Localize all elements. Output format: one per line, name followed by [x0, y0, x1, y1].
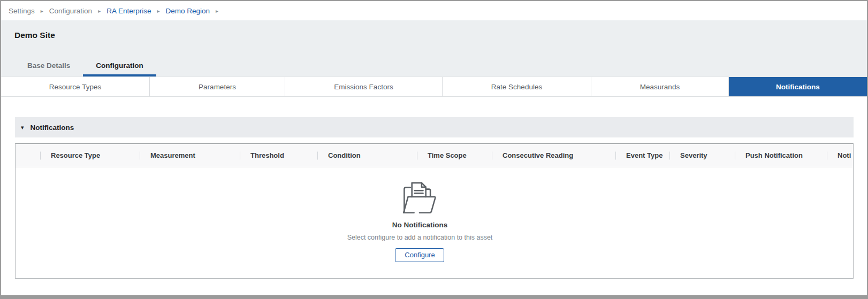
breadcrumb-item-configuration[interactable]: Configuration [49, 7, 92, 15]
notifications-section-header[interactable]: ▾ Notifications [15, 117, 854, 137]
configure-button[interactable]: Configure [395, 248, 444, 262]
main-tabs: Base Details Configuration [14, 57, 156, 76]
column-header-severity[interactable]: Severity [669, 144, 735, 167]
empty-state-subtitle: Select configure to add a notification t… [347, 234, 493, 241]
table-empty-body: No Notifications Select configure to add… [16, 167, 853, 278]
notifications-table: Resource Type Measurement Threshold Cond… [15, 143, 854, 279]
notifications-content: ▾ Notifications Resource Type Measuremen… [1, 117, 867, 279]
column-header-condition[interactable]: Condition [317, 144, 417, 167]
breadcrumb-arrow-icon: ▸ [98, 7, 101, 14]
column-header-notification-truncated[interactable]: Noti [827, 144, 854, 167]
column-header-consecutive-reading[interactable]: Consecutive Reading [492, 144, 615, 167]
column-header-time-scope[interactable]: Time Scope [417, 144, 492, 167]
breadcrumb-arrow-icon: ▸ [216, 7, 218, 14]
column-header-push-notification[interactable]: Push Notification [735, 144, 827, 167]
subtab-measurands[interactable]: Measurands [591, 77, 729, 96]
open-folder-icon [399, 181, 440, 216]
tab-configuration[interactable]: Configuration [83, 57, 156, 76]
breadcrumb-item-settings[interactable]: Settings [9, 7, 35, 15]
column-header-event-type[interactable]: Event Type [615, 144, 669, 167]
app-window: Settings ▸ Configuration ▸ RA Enterprise… [0, 0, 868, 299]
collapse-caret-icon: ▾ [21, 124, 24, 131]
page-title: Demo Site [14, 20, 854, 40]
tab-base-details[interactable]: Base Details [14, 57, 83, 76]
section-title: Notifications [31, 124, 74, 132]
column-header-threshold[interactable]: Threshold [240, 144, 317, 167]
subtab-emissions-factors[interactable]: Emissions Factors [285, 77, 443, 96]
empty-state: No Notifications Select configure to add… [347, 181, 493, 262]
breadcrumb-arrow-icon: ▸ [41, 7, 43, 14]
subtab-resource-types[interactable]: Resource Types [1, 77, 150, 96]
table-header-row: Resource Type Measurement Threshold Cond… [16, 144, 854, 167]
column-header-spacer [16, 144, 40, 167]
breadcrumb-arrow-icon: ▸ [157, 7, 159, 14]
configuration-subtabs: Resource Types Parameters Emissions Fact… [1, 76, 867, 97]
subtab-notifications[interactable]: Notifications [729, 77, 867, 96]
breadcrumb: Settings ▸ Configuration ▸ RA Enterprise… [1, 1, 867, 20]
column-header-measurement[interactable]: Measurement [140, 144, 240, 167]
page-header: Demo Site Base Details Configuration [1, 20, 867, 76]
column-header-resource-type[interactable]: Resource Type [40, 144, 140, 167]
breadcrumb-item-demo-region[interactable]: Demo Region [165, 7, 210, 15]
subtab-parameters[interactable]: Parameters [150, 77, 285, 96]
empty-state-title: No Notifications [392, 221, 448, 229]
breadcrumb-item-ra-enterprise[interactable]: RA Enterprise [106, 7, 151, 15]
subtab-rate-schedules[interactable]: Rate Schedules [443, 77, 591, 96]
